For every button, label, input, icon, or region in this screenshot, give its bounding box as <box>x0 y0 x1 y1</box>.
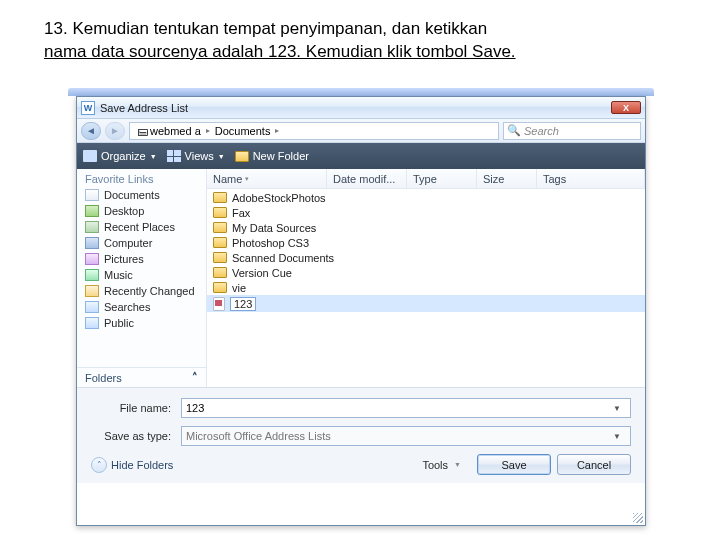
favorite-links-header: Favorite Links <box>77 169 206 187</box>
folder-row[interactable]: AdobeStockPhotos <box>207 190 645 205</box>
folder-icon <box>213 207 227 218</box>
file-list: Name▾ Date modif... Type Size Tags Adobe… <box>207 169 645 387</box>
row-name: AdobeStockPhotos <box>232 192 326 204</box>
folders-toggle[interactable]: Folders ˄ <box>77 367 206 387</box>
bottom-panel: File name: 123 ▼ Save as type: Microsoft… <box>77 387 645 483</box>
folder-row[interactable]: vie <box>207 280 645 295</box>
sidebar-item-icon <box>85 205 99 217</box>
column-type: Type <box>407 169 477 188</box>
row-name: Scanned Documents <box>232 252 334 264</box>
sidebar-item-icon <box>85 317 99 329</box>
sidebar-item-label: Music <box>104 269 133 281</box>
sidebar-item-pictures[interactable]: Pictures <box>77 251 206 267</box>
chevron-right-icon: ▸ <box>275 126 279 135</box>
folder-row[interactable]: Scanned Documents <box>207 250 645 265</box>
dialog-title: Save Address List <box>100 102 611 114</box>
chevron-up-icon: ˄ <box>192 371 198 384</box>
views-icon <box>167 150 181 162</box>
folder-icon <box>213 252 227 263</box>
instruction-number: 13. <box>44 19 68 38</box>
drive-icon: 🖴 <box>136 125 148 137</box>
sidebar-item-desktop[interactable]: Desktop <box>77 203 206 219</box>
save-button[interactable]: Save <box>477 454 551 475</box>
tools-button[interactable]: Tools ▼ <box>408 456 471 474</box>
folder-row[interactable]: Version Cue <box>207 265 645 280</box>
sidebar-item-icon <box>85 237 99 249</box>
column-size: Size <box>477 169 537 188</box>
nav-back-button[interactable]: ◄ <box>81 122 101 140</box>
sidebar-item-icon <box>85 189 99 201</box>
row-name: Version Cue <box>232 267 292 279</box>
breadcrumb[interactable]: 🖴webmed a ▸ Documents ▸ <box>129 122 499 140</box>
chevron-down-icon[interactable]: ▼ <box>608 432 626 441</box>
sidebar-item-icon <box>85 253 99 265</box>
row-name: vie <box>232 282 246 294</box>
row-name: Fax <box>232 207 250 219</box>
folder-row[interactable]: Fax <box>207 205 645 220</box>
chevron-down-icon: ▼ <box>454 461 461 468</box>
folder-row[interactable]: My Data Sources <box>207 220 645 235</box>
folder-icon <box>213 222 227 233</box>
filename-input[interactable]: 123 ▼ <box>181 398 631 418</box>
word-icon: W <box>81 101 95 115</box>
sidebar: Favorite Links DocumentsDesktopRecent Pl… <box>77 169 207 387</box>
folder-icon <box>213 267 227 278</box>
instruction-text: 13. Kemudian tentukan tempat penyimpanan… <box>0 0 720 70</box>
column-tags: Tags <box>537 169 645 188</box>
organize-icon <box>83 150 97 162</box>
filename-label: File name: <box>91 402 181 414</box>
sidebar-item-recently-changed[interactable]: Recently Changed <box>77 283 206 299</box>
file-name-editing[interactable]: 123 <box>230 297 256 311</box>
file-row[interactable]: 123 <box>207 295 645 312</box>
sidebar-item-public[interactable]: Public <box>77 315 206 331</box>
search-input[interactable]: 🔍 Search <box>503 122 641 140</box>
column-headers[interactable]: Name▾ Date modif... Type Size Tags <box>207 169 645 189</box>
organize-button[interactable]: Organize ▼ <box>83 150 157 162</box>
sidebar-item-documents[interactable]: Documents <box>77 187 206 203</box>
views-button[interactable]: Views ▼ <box>167 150 225 162</box>
sidebar-item-label: Pictures <box>104 253 144 265</box>
sidebar-item-label: Recent Places <box>104 221 175 233</box>
close-button[interactable]: X <box>611 101 641 114</box>
nav-forward-button[interactable]: ► <box>105 122 125 140</box>
chevron-up-icon: ˄ <box>91 457 107 473</box>
row-name: Photoshop CS3 <box>232 237 309 249</box>
hide-folders-button[interactable]: ˄ Hide Folders <box>91 457 173 473</box>
sidebar-item-icon <box>85 301 99 313</box>
sidebar-item-searches[interactable]: Searches <box>77 299 206 315</box>
sidebar-item-recent-places[interactable]: Recent Places <box>77 219 206 235</box>
folder-icon <box>213 192 227 203</box>
savetype-label: Save as type: <box>91 430 181 442</box>
chevron-down-icon: ▼ <box>150 153 157 160</box>
folder-row[interactable]: Photoshop CS3 <box>207 235 645 250</box>
resize-grip[interactable] <box>633 513 643 523</box>
chevron-right-icon: ▸ <box>206 126 210 135</box>
folder-icon <box>213 282 227 293</box>
sidebar-item-music[interactable]: Music <box>77 267 206 283</box>
column-name: Name▾ <box>207 169 327 188</box>
sidebar-item-icon <box>85 285 99 297</box>
file-rows[interactable]: AdobeStockPhotosFaxMy Data SourcesPhotos… <box>207 189 645 387</box>
new-folder-button[interactable]: New Folder <box>235 150 309 162</box>
sidebar-item-icon <box>85 221 99 233</box>
address-bar: ◄ ► 🖴webmed a ▸ Documents ▸ 🔍 Search <box>77 119 645 143</box>
sidebar-item-computer[interactable]: Computer <box>77 235 206 251</box>
savetype-select[interactable]: Microsoft Office Address Lists ▼ <box>181 426 631 446</box>
sidebar-item-label: Documents <box>104 189 160 201</box>
column-date: Date modif... <box>327 169 407 188</box>
row-name: My Data Sources <box>232 222 316 234</box>
favorite-links-list: DocumentsDesktopRecent PlacesComputerPic… <box>77 187 206 367</box>
sidebar-item-label: Public <box>104 317 134 329</box>
folder-icon <box>235 151 249 162</box>
sidebar-item-icon <box>85 269 99 281</box>
sidebar-item-label: Searches <box>104 301 150 313</box>
sidebar-item-label: Computer <box>104 237 152 249</box>
save-dialog: W Save Address List X ◄ ► 🖴webmed a ▸ Do… <box>76 96 646 526</box>
folder-icon <box>213 237 227 248</box>
sidebar-item-label: Desktop <box>104 205 144 217</box>
cancel-button[interactable]: Cancel <box>557 454 631 475</box>
sidebar-item-label: Recently Changed <box>104 285 195 297</box>
chevron-down-icon[interactable]: ▼ <box>608 404 626 413</box>
chevron-down-icon: ▼ <box>218 153 225 160</box>
titlebar[interactable]: W Save Address List X <box>77 97 645 119</box>
